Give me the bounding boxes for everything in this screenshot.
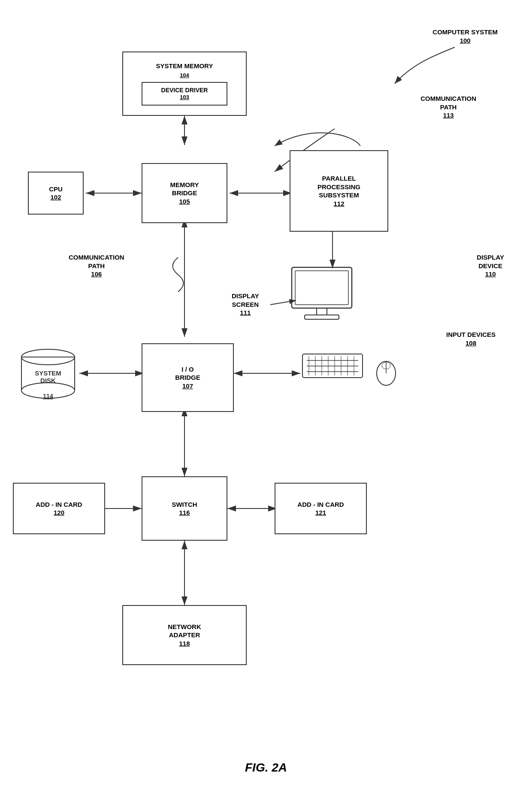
svg-rect-13 — [292, 267, 352, 308]
svg-rect-14 — [295, 271, 348, 305]
svg-rect-15 — [317, 308, 327, 315]
system-disk-group: SYSTEM DISK 114 — [17, 348, 79, 405]
input-devices-label: INPUT DEVICES 108 — [446, 330, 496, 347]
system-disk-icon: SYSTEM DISK 114 — [17, 348, 79, 403]
comm-path-113-label: COMMUNICATIONPATH 113 — [420, 94, 476, 120]
network-adapter-box: NETWORKADAPTER 118 — [122, 605, 247, 665]
io-bridge-box: I / OBRIDGE 107 — [142, 343, 234, 412]
svg-text:114: 114 — [43, 393, 53, 400]
comm-path-106-label: COMMUNICATIONPATH 106 — [69, 253, 124, 278]
cpu-box: CPU 102 — [28, 172, 84, 215]
monitor-icon — [283, 265, 360, 321]
system-memory-box: SYSTEM MEMORY 104 DEVICE DRIVER 103 — [122, 51, 247, 116]
keyboard-icon — [300, 352, 369, 382]
switch-box: SWITCH 116 — [142, 476, 227, 541]
svg-rect-16 — [305, 315, 339, 319]
device-driver-box: DEVICE DRIVER 103 — [142, 82, 227, 106]
figure-label: FIG. 2A — [245, 761, 287, 775]
computer-system-label: COMPUTER SYSTEM 100 — [432, 28, 498, 45]
display-screen-label: DISPLAYSCREEN 111 — [232, 292, 259, 317]
add-in-card-120-box: ADD - IN CARD 120 — [13, 483, 105, 534]
parallel-processing-box: PARALLELPROCESSINGSUBSYSTEM 112 — [290, 150, 388, 232]
mouse-icon — [371, 357, 401, 387]
memory-bridge-box: MEMORYBRIDGE 105 — [142, 163, 227, 223]
add-in-card-121-box: ADD - IN CARD 121 — [275, 483, 367, 534]
display-device-label: DISPLAYDEVICE 110 — [477, 253, 504, 278]
svg-text:SYSTEM: SYSTEM — [35, 369, 61, 377]
svg-text:DISK: DISK — [40, 377, 56, 384]
